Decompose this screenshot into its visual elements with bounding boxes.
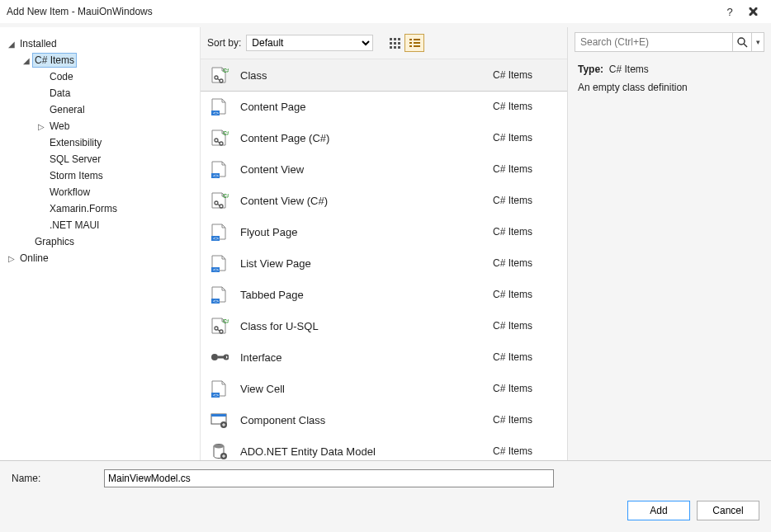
template-name: Content View (C#) (240, 195, 481, 207)
template-category: C# Items (493, 445, 559, 457)
template-row[interactable]: InterfaceC# Items (201, 341, 567, 373)
collapse-icon: ◢ (21, 56, 31, 65)
template-row[interactable]: C#Content Page (C#)C# Items (201, 122, 567, 153)
tree-graphics[interactable]: Graphics (15, 233, 200, 250)
template-row[interactable]: C#ClassC# Items (201, 59, 567, 92)
template-row[interactable]: C#Class for U-SQLC# Items (201, 310, 567, 341)
template-category: C# Items (493, 414, 559, 426)
svg-text:<>: <> (213, 173, 220, 178)
svg-rect-8 (398, 46, 400, 49)
template-row[interactable]: <>Flyout PageC# Items (201, 216, 567, 247)
xaml-icon: <> (209, 253, 229, 273)
svg-text:C#: C# (223, 68, 229, 73)
svg-text:C#: C# (223, 130, 229, 136)
footer: Name: Add Cancel (0, 461, 771, 532)
template-category: C# Items (493, 383, 559, 394)
tree-item-workflow[interactable]: Workflow (30, 184, 200, 200)
template-category: C# Items (493, 257, 559, 269)
svg-rect-7 (394, 46, 396, 49)
tree-item-web[interactable]: ▷Web (30, 118, 200, 134)
template-category: C# Items (493, 101, 559, 112)
tree-item--net-maui[interactable]: .NET MAUI (30, 217, 200, 233)
xaml-icon: <> (209, 97, 229, 116)
template-category: C# Items (493, 195, 559, 206)
svg-point-37 (211, 354, 218, 360)
tree-label: Xamarin.Forms (48, 202, 119, 215)
tree-label: Storm Items (48, 169, 105, 182)
view-toggle (385, 34, 424, 52)
tree-item-storm-items[interactable]: Storm Items (30, 167, 200, 184)
help-button[interactable]: ? (718, 6, 741, 18)
tree-label: Web (48, 120, 71, 133)
tree-csharp-items[interactable]: ◢ C# Items (15, 52, 200, 68)
window-title: Add New Item - MauiOnWindows (7, 6, 153, 17)
tree-item-data[interactable]: Data (30, 85, 200, 101)
expand-icon: ▷ (7, 254, 17, 263)
search-button[interactable] (732, 33, 751, 51)
tree-label: General (48, 103, 87, 116)
toolbar: Sort by: Default (201, 27, 567, 59)
svg-rect-2 (398, 38, 400, 40)
svg-text:<>: <> (213, 267, 220, 272)
template-name: Flyout Page (240, 226, 481, 238)
expand-icon: ▷ (36, 122, 46, 131)
tree-label: Code (48, 70, 75, 83)
template-row[interactable]: ADO.NET Entity Data ModelC# Items (201, 435, 567, 460)
tree-label: Data (48, 87, 72, 100)
add-new-item-dialog: Add New Item - MauiOnWindows ? 🗙 ◢ Insta… (0, 0, 771, 532)
sort-by-select[interactable]: Default (246, 35, 373, 51)
template-category: C# Items (493, 69, 559, 81)
template-row[interactable]: <>Tabbed PageC# Items (201, 279, 567, 310)
tree-item-extensibility[interactable]: Extensibility (30, 134, 200, 151)
close-button[interactable]: 🗙 (741, 6, 764, 18)
tree-item-code[interactable]: Code (30, 68, 200, 85)
svg-rect-10 (414, 39, 420, 40)
tree-item-general[interactable]: General (30, 101, 200, 118)
template-category: C# Items (493, 163, 559, 175)
template-name: Content Page (240, 101, 481, 113)
svg-text:<>: <> (213, 299, 220, 304)
category-tree: ◢ Installed ◢ C# Items CodeDataGeneral▷W… (0, 27, 201, 460)
svg-text:C#: C# (223, 318, 229, 324)
name-label: Name: (12, 473, 94, 484)
cs-class-icon: C# (209, 191, 229, 210)
tree-item-xamarin-forms[interactable]: Xamarin.Forms (30, 200, 200, 217)
template-row[interactable]: <>List View PageC# Items (201, 247, 567, 279)
svg-rect-12 (414, 42, 420, 44)
title-bar: Add New Item - MauiOnWindows ? 🗙 (0, 0, 771, 23)
template-category: C# Items (493, 289, 559, 300)
svg-point-45 (214, 445, 224, 449)
svg-rect-14 (414, 45, 420, 47)
template-row[interactable]: <>View CellC# Items (201, 373, 567, 404)
template-row[interactable]: C#Content View (C#)C# Items (201, 185, 567, 216)
template-row[interactable]: Component ClassC# Items (201, 404, 567, 435)
tree-installed[interactable]: ◢ Installed (0, 35, 200, 52)
template-category: C# Items (493, 320, 559, 332)
name-input[interactable] (104, 469, 554, 487)
search-input[interactable] (575, 36, 732, 48)
cancel-button[interactable]: Cancel (697, 501, 759, 520)
tree-label: Workflow (48, 186, 92, 199)
component-icon (209, 410, 229, 430)
xaml-icon: <> (209, 285, 229, 304)
tree-label: Graphics (33, 235, 76, 248)
svg-text:C#: C# (223, 193, 229, 199)
template-row[interactable]: <>Content ViewC# Items (201, 153, 567, 185)
add-button[interactable]: Add (627, 501, 690, 520)
search-options-button[interactable]: ▾ (751, 33, 764, 51)
template-category: C# Items (493, 351, 559, 363)
view-grid-button[interactable] (385, 34, 404, 52)
tree-online[interactable]: ▷ Online (0, 250, 200, 266)
svg-rect-5 (398, 42, 400, 45)
view-list-button[interactable] (404, 34, 424, 52)
template-name: View Cell (240, 383, 481, 395)
template-list[interactable]: C#ClassC# Items<>Content PageC# ItemsC#C… (201, 59, 567, 460)
interface-icon (209, 347, 229, 367)
grid-icon (389, 37, 400, 49)
type-value: C# Items (609, 64, 649, 75)
edm-icon (209, 441, 229, 460)
template-category: C# Items (493, 132, 559, 144)
tree-item-sql-server[interactable]: SQL Server (30, 151, 200, 167)
template-row[interactable]: <>Content PageC# Items (201, 91, 567, 122)
template-name: ADO.NET Entity Data Model (240, 445, 481, 458)
